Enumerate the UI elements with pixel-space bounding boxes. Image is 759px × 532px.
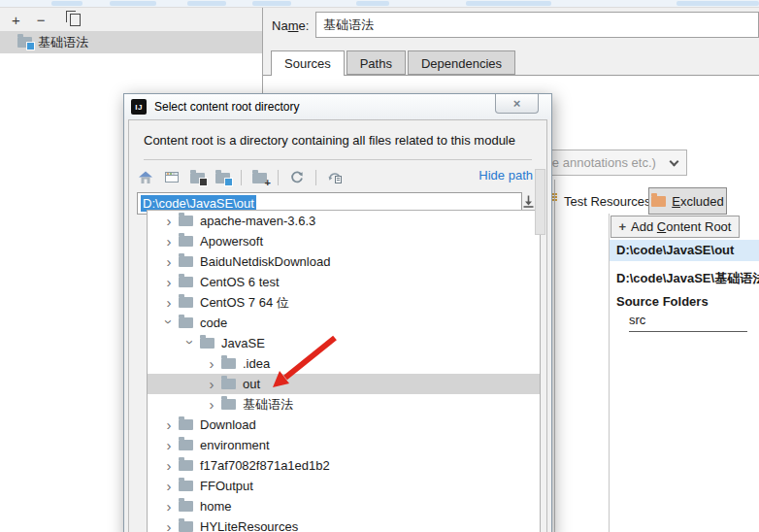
- tree-chevron-icon[interactable]: ›: [163, 438, 175, 452]
- name-label: Name:: [272, 18, 309, 33]
- directory-tree: › apache-maven-3.6.3 › Apowersoft › Baid…: [147, 210, 541, 532]
- file-chooser-toolbar: Hide path: [138, 166, 538, 189]
- content-root-item[interactable]: D:\code\JavaSE\基础语法: [610, 268, 759, 289]
- dialog-body: Content root is a directory containing a…: [128, 119, 547, 532]
- tree-chevron-icon[interactable]: ›: [163, 499, 175, 514]
- content-root-item[interactable]: D:\code\JavaSE\out: [610, 240, 759, 261]
- toolbar-separator: [315, 170, 316, 185]
- tree-chevron-icon[interactable]: ›: [206, 356, 217, 371]
- show-hidden-icon[interactable]: [327, 170, 344, 185]
- module-item-selected[interactable]: 基础语法: [0, 31, 262, 53]
- tree-item[interactable]: › home: [148, 496, 540, 516]
- folder-icon: [221, 358, 236, 369]
- dialog-title: Select content root directory: [154, 100, 299, 114]
- folder-icon: [179, 501, 193, 512]
- tree-chevron-icon[interactable]: ›: [163, 254, 175, 269]
- source-folders-header: Source Folders: [616, 294, 709, 309]
- new-folder-icon[interactable]: [252, 173, 267, 183]
- desktop-icon[interactable]: [164, 170, 180, 185]
- tree-item[interactable]: › FFOutput: [148, 476, 540, 496]
- toolbar-separator: [241, 170, 242, 185]
- tree-item[interactable]: › Apowersoft: [148, 231, 540, 251]
- tree-item[interactable]: › out: [148, 374, 540, 394]
- dialog-titlebar[interactable]: IJ Select content root directory ×: [124, 94, 551, 119]
- tree-chevron-icon[interactable]: ›: [163, 519, 175, 532]
- chevron-down-icon: [670, 157, 679, 167]
- tree-chevron-icon[interactable]: ›: [163, 234, 175, 249]
- tree-scrollbar-thumb[interactable]: [535, 169, 545, 235]
- folder-icon: [221, 399, 236, 410]
- module-label: 基础语法: [38, 34, 88, 51]
- tree-item[interactable]: › BaiduNetdiskDownload: [148, 251, 540, 272]
- content-roots-list: D:\code\JavaSE\outD:\code\JavaSE\基础语法: [610, 240, 759, 296]
- folder-icon: [179, 297, 193, 308]
- tree-item[interactable]: › f17af7082f871a1ed1b2: [148, 455, 540, 476]
- home-icon[interactable]: [138, 170, 153, 185]
- folder-icon: [221, 379, 236, 389]
- folder-icon: [179, 440, 193, 450]
- tree-chevron-icon[interactable]: ›: [183, 337, 198, 349]
- folder-icon: [179, 521, 193, 532]
- collapse-field-icon[interactable]: [521, 194, 536, 209]
- tree-chevron-icon[interactable]: ›: [206, 397, 217, 412]
- close-button[interactable]: ×: [495, 94, 539, 114]
- tree-item[interactable]: › JavaSE: [148, 333, 540, 353]
- tree-chevron-icon[interactable]: ›: [163, 295, 175, 310]
- tree-panel-edge: [554, 180, 555, 532]
- select-content-root-dialog: IJ Select content root directory × Conte…: [123, 93, 552, 532]
- folder-module-icon[interactable]: [215, 173, 230, 183]
- add-module-button[interactable]: +: [12, 13, 20, 27]
- message-separator: [144, 159, 532, 160]
- copy-icon[interactable]: [70, 14, 81, 26]
- mark-as-excluded-button[interactable]: Excluded: [648, 187, 727, 215]
- hide-path-link[interactable]: Hide path: [478, 168, 533, 183]
- source-folders-list: src: [629, 313, 747, 332]
- tree-item[interactable]: › Download: [148, 415, 540, 435]
- tree-chevron-icon[interactable]: ›: [163, 214, 175, 228]
- modules-toolbar: + −: [0, 8, 262, 31]
- tab[interactable]: Sources: [271, 50, 345, 76]
- tab-bar: SourcesPathsDependencies: [271, 50, 517, 76]
- tree-chevron-icon[interactable]: ›: [162, 316, 177, 328]
- folder-icon: [179, 216, 193, 226]
- folder-icon: [179, 419, 193, 430]
- dialog-message: Content root is a directory containing a…: [144, 133, 546, 148]
- folder-icon: [200, 338, 214, 349]
- folder-icon: [179, 236, 193, 247]
- tree-chevron-icon[interactable]: ›: [163, 479, 175, 493]
- plus-icon: +: [619, 219, 627, 234]
- tree-item[interactable]: › apache-maven-3.6.3: [148, 211, 540, 231]
- project-structure-window: + − 基础语法 Name: 基础语法 SourcesPathsDependen…: [0, 0, 759, 532]
- close-icon: ×: [513, 96, 521, 111]
- tree-chevron-icon[interactable]: ›: [163, 275, 175, 289]
- folder-collapse-icon[interactable]: [190, 173, 205, 183]
- folder-icon: [179, 481, 193, 491]
- excluded-folder-icon: [651, 196, 666, 207]
- toolbar-separator: [278, 170, 279, 185]
- folder-icon: [179, 277, 193, 287]
- source-folder-item[interactable]: src: [629, 313, 747, 332]
- refresh-icon[interactable]: [289, 170, 305, 185]
- tree-item[interactable]: › CentOS 6 test: [148, 272, 540, 292]
- tree-chevron-icon[interactable]: ›: [163, 417, 175, 432]
- tree-chevron-icon[interactable]: ›: [163, 458, 175, 473]
- tab[interactable]: Paths: [346, 50, 406, 75]
- tab[interactable]: Dependencies: [408, 50, 515, 75]
- folder-icon: [179, 256, 193, 267]
- tree-item[interactable]: › 基础语法: [148, 394, 540, 415]
- module-name-input[interactable]: 基础语法: [315, 12, 759, 38]
- folder-icon: [179, 317, 193, 328]
- tree-chevron-icon[interactable]: ›: [206, 377, 217, 391]
- tree-item[interactable]: › .idea: [148, 353, 540, 374]
- cropped-toolbar-strip: [0, 0, 759, 8]
- tree-item[interactable]: › environment: [148, 435, 540, 455]
- intellij-logo-icon: IJ: [131, 99, 147, 115]
- add-content-root-button[interactable]: + Add Content Root: [610, 216, 740, 238]
- module-folder-icon: [17, 37, 32, 48]
- remove-module-button[interactable]: −: [37, 13, 46, 27]
- tree-item[interactable]: › HYLiteResources: [148, 516, 540, 532]
- tree-item[interactable]: › CentOS 7 64 位: [148, 292, 540, 313]
- tree-item[interactable]: › code: [148, 313, 540, 333]
- mark-as-test-resources-button[interactable]: Test Resources: [564, 188, 651, 215]
- folder-icon: [179, 460, 193, 471]
